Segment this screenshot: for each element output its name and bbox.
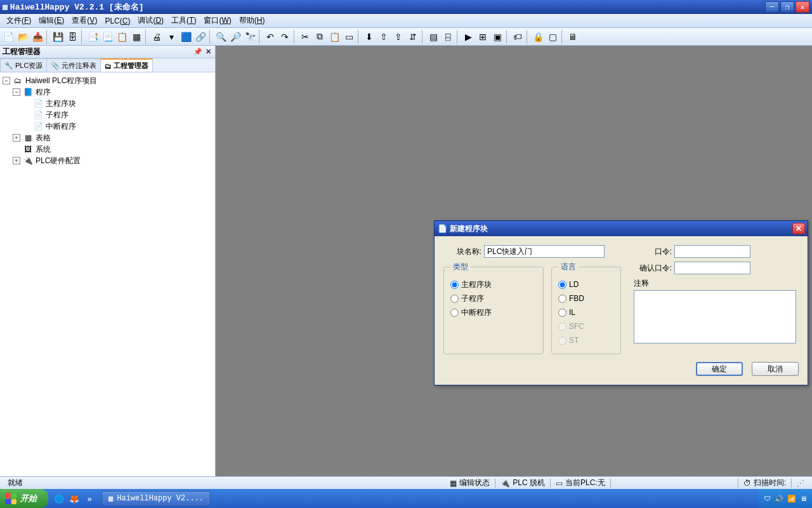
lang-radio-ld[interactable]: LD	[558, 277, 614, 291]
binoculars-icon[interactable]: 🔭	[243, 30, 257, 44]
panel-tab-1[interactable]: 📎元件注释表	[46, 58, 101, 72]
windows-logo-icon	[5, 493, 16, 504]
expand-icon[interactable]: +	[13, 134, 20, 142]
save-icon[interactable]: 💾	[51, 30, 65, 44]
project-panel: 工程管理器 📌 ✕ 🔧PLC资源📎元件注释表🗂工程管理器 − 🗂 Haiwell…	[0, 46, 216, 476]
collapse-icon[interactable]: −	[13, 88, 20, 96]
ql-desktop-icon[interactable]: »	[82, 491, 96, 505]
undo-icon[interactable]: ↶	[263, 30, 277, 44]
panel-pin-icon[interactable]: 📌	[193, 48, 202, 57]
radio-label: 子程序	[461, 293, 484, 304]
open-icon[interactable]: 📂	[16, 30, 30, 44]
redo-icon[interactable]: ↷	[278, 30, 292, 44]
ok-button[interactable]: 确定	[696, 362, 743, 376]
network-icon[interactable]: ⌸	[441, 30, 455, 44]
compare-icon[interactable]: ⇵	[406, 30, 420, 44]
tab-label: 元件注释表	[62, 61, 96, 70]
menu-f[interactable]: 文件(F)	[3, 14, 35, 27]
upload2-icon[interactable]: ⇪	[391, 30, 405, 44]
type-radio-2[interactable]: 中断程序	[450, 305, 537, 319]
system-tray[interactable]: 🛡 🔊 📶 🖥	[759, 489, 812, 508]
tag-icon[interactable]: 🏷	[511, 30, 525, 44]
collapse-icon[interactable]: −	[3, 77, 10, 84]
tray-icon[interactable]: 🛡	[764, 495, 771, 502]
download-icon[interactable]: ⬇	[362, 30, 376, 44]
table-icon: ▦	[23, 133, 33, 143]
undo-history-icon[interactable]: 📑	[86, 30, 100, 44]
menu-h[interactable]: 帮助(H)	[235, 14, 269, 27]
lock-icon[interactable]: 🔒	[531, 30, 545, 44]
tray-icon[interactable]: 🔊	[775, 495, 783, 503]
start-button[interactable]: 开始	[0, 489, 48, 508]
menu-w[interactable]: 窗口(W)	[200, 14, 235, 27]
maximize-button[interactable]: ❐	[780, 1, 794, 13]
tree-int-prog[interactable]: 📄 中断程序	[3, 121, 213, 132]
save-all-icon[interactable]: 🗄	[65, 30, 79, 44]
copy-page-icon[interactable]: 📋	[115, 30, 129, 44]
dialog-titlebar[interactable]: 📄 新建程序块 ✕	[435, 221, 808, 236]
find-icon[interactable]: 🔎	[228, 30, 242, 44]
password-input[interactable]	[674, 245, 750, 258]
module-icon[interactable]: 🟦	[179, 30, 193, 44]
tray-icon[interactable]: 🖥	[800, 495, 807, 502]
import-icon[interactable]: 📥	[30, 30, 44, 44]
run-icon[interactable]: ▶	[461, 30, 475, 44]
ql-ie-icon[interactable]: 🌐	[52, 491, 66, 505]
resize-grip-icon[interactable]: ⋰	[792, 479, 809, 488]
menu-c[interactable]: PLC(C)	[101, 15, 134, 27]
cut-icon[interactable]: ✂	[298, 30, 312, 44]
close-button[interactable]: ✕	[796, 1, 809, 13]
debug-icon[interactable]: ▣	[490, 30, 504, 44]
print-icon[interactable]: 🖨	[150, 30, 164, 44]
type-radio-0[interactable]: 主程序块	[450, 277, 537, 291]
page-icon[interactable]: 📃	[100, 30, 114, 44]
menu-t[interactable]: 工具(T)	[167, 14, 200, 27]
tray-icon[interactable]: 📶	[787, 495, 796, 503]
panel-close-icon[interactable]: ✕	[204, 48, 213, 57]
expand-icon[interactable]: +	[13, 157, 20, 164]
radio-input[interactable]	[450, 309, 459, 317]
tree-table[interactable]: + ▦ 表格	[3, 132, 213, 144]
new-icon[interactable]: 📄	[1, 30, 15, 44]
select-all-icon[interactable]: ▭	[342, 30, 356, 44]
task-item[interactable]: ▦ HaiwellHappy V2....	[102, 491, 211, 506]
lang-radio-il[interactable]: IL	[558, 305, 614, 319]
upload1-icon[interactable]: ⇧	[377, 30, 391, 44]
tree-root[interactable]: − 🗂 Haiwell PLC程序项目	[3, 75, 213, 86]
menu-v[interactable]: 查看(V)	[68, 14, 101, 27]
table-icon[interactable]: ▦	[129, 30, 143, 44]
radio-input[interactable]	[558, 309, 566, 317]
project-tree[interactable]: − 🗂 Haiwell PLC程序项目 − 📘 程序 📄 主程序块 📄 子程序	[0, 72, 215, 476]
link-icon[interactable]: 🔗	[193, 30, 207, 44]
monitor-icon[interactable]: ⊞	[476, 30, 490, 44]
comment-textarea[interactable]	[634, 290, 796, 344]
tree-main-block[interactable]: 📄 主程序块	[3, 98, 213, 109]
zoom-icon[interactable]: 🔍	[214, 30, 228, 44]
menu-e[interactable]: 编辑(E)	[35, 14, 68, 27]
radio-input[interactable]	[558, 281, 566, 289]
paste-icon[interactable]: 📋	[327, 30, 341, 44]
radio-input[interactable]	[558, 295, 566, 303]
radio-input[interactable]	[450, 281, 459, 289]
tree-program[interactable]: − 📘 程序	[3, 86, 213, 98]
block-name-input[interactable]	[484, 245, 605, 258]
radio-input[interactable]	[450, 295, 459, 303]
dialog-close-button[interactable]: ✕	[792, 223, 805, 234]
confirm-password-input[interactable]	[674, 262, 750, 274]
cancel-button[interactable]: 取消	[752, 362, 799, 376]
minimize-button[interactable]: ─	[765, 1, 779, 13]
tree-system[interactable]: 🖼 系统	[3, 144, 213, 155]
copy-icon[interactable]: ⧉	[313, 30, 327, 44]
tree-hw-config[interactable]: + 🔌 PLC硬件配置	[3, 155, 213, 166]
chip-icon[interactable]: ▤	[426, 30, 440, 44]
dropdown-icon[interactable]: ▾	[164, 30, 178, 44]
panel-tab-0[interactable]: 🔧PLC资源	[0, 58, 47, 72]
type-radio-1[interactable]: 子程序	[450, 291, 537, 305]
lang-radio-fbd[interactable]: FBD	[558, 291, 614, 305]
device-icon[interactable]: 🖥	[566, 30, 580, 44]
window-icon[interactable]: ▢	[546, 30, 560, 44]
tree-sub-prog[interactable]: 📄 子程序	[3, 109, 213, 121]
menu-d[interactable]: 调试(D)	[134, 14, 167, 27]
panel-tab-2[interactable]: 🗂工程管理器	[100, 58, 153, 72]
ql-browser-icon[interactable]: 🦊	[67, 491, 81, 505]
